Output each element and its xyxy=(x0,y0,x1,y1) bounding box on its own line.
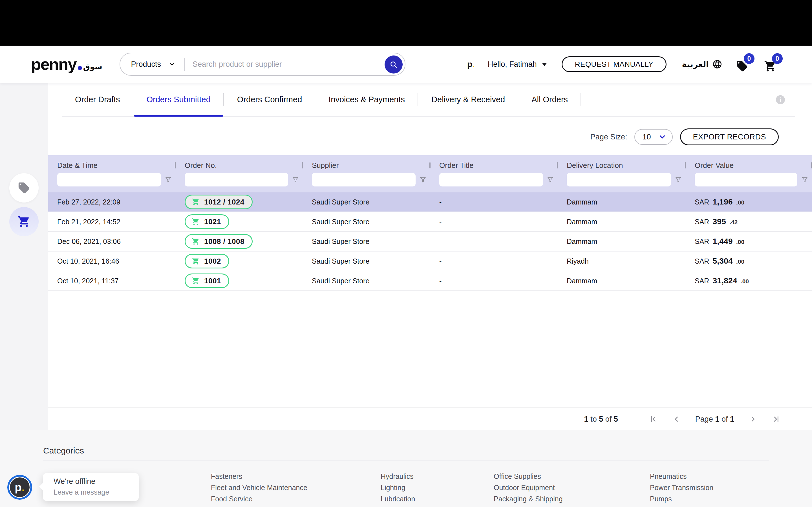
category-link[interactable]: Lighting xyxy=(380,482,494,493)
chat-status: We're offline xyxy=(54,477,139,486)
tab[interactable]: Delivery & Received xyxy=(418,83,518,116)
category-link[interactable]: Cleaning and Janitorial xyxy=(43,504,211,507)
next-page-button[interactable] xyxy=(749,415,757,424)
order-number-pill[interactable]: 1008 / 1008 xyxy=(185,234,253,249)
filter-funnel-button[interactable] xyxy=(543,173,558,186)
tab-label: Delivery & Received xyxy=(432,95,505,104)
order-number: 1012 / 1024 xyxy=(204,198,245,207)
filter-funnel-button[interactable] xyxy=(161,173,175,186)
column-filter-input[interactable] xyxy=(185,173,288,186)
search-input[interactable] xyxy=(192,60,405,69)
currency-label: SAR xyxy=(695,277,709,285)
category-link[interactable]: Pumps xyxy=(650,493,769,504)
cell-order-title: - xyxy=(430,237,558,245)
column-filter-input[interactable] xyxy=(57,173,161,186)
chat-tooltip[interactable]: We're offline Leave a message xyxy=(43,473,139,501)
category-link[interactable]: Power Transmission xyxy=(650,482,769,493)
category-link[interactable]: Painting Supplies xyxy=(494,504,650,507)
cell-supplier: Saudi Super Store xyxy=(303,277,430,285)
language-switcher[interactable]: العربية xyxy=(682,59,722,69)
first-page-button[interactable] xyxy=(649,415,658,424)
tab[interactable]: Orders Confirmed xyxy=(224,83,315,116)
category-link[interactable]: Pneumatics xyxy=(650,471,769,482)
order-number-pill[interactable]: 1021 xyxy=(185,214,229,229)
category-link[interactable]: Hydraulics xyxy=(380,471,494,482)
funnel-icon xyxy=(164,176,172,184)
penny-logo[interactable]: penny سوق xyxy=(31,58,102,71)
column-filter-input[interactable] xyxy=(312,173,416,186)
export-records-button[interactable]: EXPORT RECORDS xyxy=(680,128,779,145)
order-number-pill[interactable]: 1002 xyxy=(185,254,229,269)
category-link[interactable]: Machining xyxy=(380,504,494,507)
category-link[interactable]: Furniture, Hospitality and Food Service xyxy=(211,504,380,507)
categories-grid: AbrasivesCleaning and JanitorialFastener… xyxy=(43,471,769,507)
table-row[interactable]: Feb 21, 2022, 14:52 1021 Saudi Super Sto… xyxy=(48,212,812,232)
search-icon xyxy=(389,60,398,69)
category-link[interactable]: Food Service xyxy=(211,493,380,504)
info-icon[interactable]: i xyxy=(776,95,785,104)
category-link[interactable]: Office Supplies xyxy=(494,471,650,482)
tab-label: Orders Confirmed xyxy=(237,95,302,104)
last-page-button[interactable] xyxy=(772,415,780,424)
category-link[interactable]: Fleet and Vehicle Maintenance xyxy=(211,482,380,493)
table-body: Feb 27, 2022, 22:09 1012 / 1024 Saudi Su… xyxy=(48,192,812,291)
value-decimals: .42 xyxy=(729,219,738,226)
tab[interactable]: Invoices & Payments xyxy=(315,83,418,116)
category-link[interactable]: Lubrication xyxy=(380,493,494,504)
sidebar-tags-button[interactable] xyxy=(9,173,39,203)
search-button[interactable] xyxy=(385,55,403,73)
categories-divider xyxy=(43,460,769,461)
filter-funnel-button[interactable] xyxy=(797,173,812,186)
category-link[interactable]: Fasteners xyxy=(211,471,380,482)
chat-launcher[interactable]: p. xyxy=(7,475,32,500)
filter-funnel-button[interactable] xyxy=(416,173,430,186)
cell-order-value: SAR 31,824 .00 xyxy=(686,276,812,285)
user-menu[interactable]: Hello, Fatimah xyxy=(488,60,547,69)
product-category-select[interactable]: Products xyxy=(131,60,175,69)
value-decimals: .00 xyxy=(736,238,744,245)
table-row[interactable]: Oct 10, 2021, 16:46 1002 Saudi Super Sto… xyxy=(48,251,812,271)
column-header: Delivery Location xyxy=(558,159,686,172)
prev-page-button[interactable] xyxy=(672,415,680,424)
table-row[interactable]: Oct 10, 2021, 11:37 1001 Saudi Super Sto… xyxy=(48,271,812,291)
caret-down-icon xyxy=(542,63,547,66)
tab-label: Order Drafts xyxy=(75,95,120,104)
tab-label: All Orders xyxy=(531,95,568,104)
order-number-pill[interactable]: 1001 xyxy=(185,274,229,288)
cart-count-badge: 0 xyxy=(772,53,783,64)
column-header-label: Order Title xyxy=(439,161,473,170)
table-row[interactable]: Feb 27, 2022, 22:09 1012 / 1024 Saudi Su… xyxy=(48,192,812,212)
request-manually-button[interactable]: REQUEST MANUALLY xyxy=(562,56,667,72)
tab[interactable]: All Orders xyxy=(518,83,581,116)
filter-funnel-button[interactable] xyxy=(671,173,686,186)
category-link[interactable]: Outdoor Equipment xyxy=(494,482,650,493)
cell-date: Oct 10, 2021, 11:37 xyxy=(48,277,175,285)
tab[interactable]: Order Drafts xyxy=(62,83,133,116)
category-link[interactable]: Raw Materials xyxy=(650,504,769,507)
tab[interactable]: Orders Submitted xyxy=(133,83,224,116)
app-window: penny سوق Products p. Hello, Fatimah REQ… xyxy=(0,0,812,507)
table-row[interactable]: Dec 06, 2021, 03:06 1008 / 1008 Saudi Su… xyxy=(48,232,812,251)
cell-order-no: 1002 xyxy=(175,254,303,269)
category-link[interactable]: Packaging & Shipping xyxy=(494,493,650,504)
search-divider xyxy=(184,58,185,71)
page-size-value: 10 xyxy=(642,133,651,142)
cell-order-no: 1012 / 1024 xyxy=(175,194,303,209)
order-number-pill[interactable]: 1012 / 1024 xyxy=(185,194,253,209)
currency-label: SAR xyxy=(695,198,709,206)
value-integer: 395 xyxy=(712,217,726,226)
order-number: 1021 xyxy=(204,217,221,226)
tags-button[interactable]: 0 xyxy=(736,56,751,72)
tab-label: Invoices & Payments xyxy=(328,95,405,104)
page-size-select[interactable]: 10 xyxy=(635,129,673,145)
column-filter xyxy=(430,172,558,188)
sidebar-cart-button[interactable] xyxy=(9,207,39,236)
column-filter-input[interactable] xyxy=(439,173,543,186)
column-filter-input[interactable] xyxy=(567,173,671,186)
column-filter-input[interactable] xyxy=(695,173,797,186)
funnel-icon xyxy=(292,176,299,184)
cart-button[interactable]: 0 xyxy=(764,56,779,72)
cart-icon xyxy=(192,277,200,285)
filter-funnel-button[interactable] xyxy=(288,173,303,186)
cell-delivery-location: Riyadh xyxy=(558,257,686,265)
